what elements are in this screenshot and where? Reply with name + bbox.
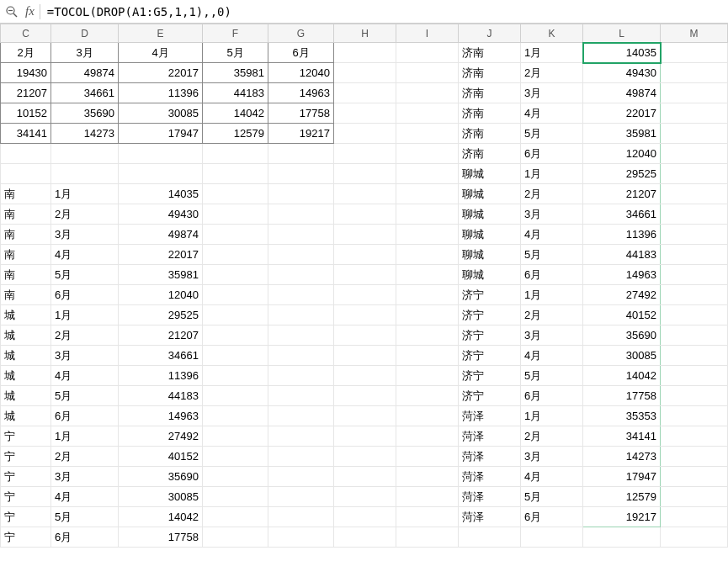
col-header-D[interactable]: D: [51, 24, 119, 43]
cell-D7[interactable]: [51, 164, 119, 184]
cell-J4[interactable]: 济南: [459, 103, 521, 124]
cell-F21[interactable]: [203, 447, 268, 467]
cell-D4[interactable]: 35690: [51, 103, 119, 124]
cell-J16[interactable]: 济宁: [459, 346, 521, 366]
cell-H25[interactable]: [334, 527, 396, 548]
cell-L9[interactable]: 34661: [583, 204, 661, 225]
cell-K22[interactable]: 4月: [521, 467, 583, 487]
cell-K16[interactable]: 4月: [521, 346, 583, 366]
cell-D6[interactable]: [51, 144, 119, 164]
cell-K24[interactable]: 6月: [521, 507, 583, 527]
col-header-G[interactable]: G: [268, 24, 334, 43]
cell-E25[interactable]: 17758: [119, 527, 203, 548]
cell-L8[interactable]: 21207: [583, 184, 661, 204]
cell-K11[interactable]: 5月: [521, 245, 583, 265]
cell-I2[interactable]: [396, 63, 459, 83]
cell-C18[interactable]: 城: [1, 386, 51, 406]
cell-J11[interactable]: 聊城: [459, 245, 521, 265]
cell-H13[interactable]: [334, 285, 396, 305]
cell-F3[interactable]: 44183: [203, 83, 268, 103]
cell-H9[interactable]: [334, 204, 396, 225]
cell-K17[interactable]: 5月: [521, 366, 583, 386]
cell-C25[interactable]: 宁: [1, 527, 51, 548]
cell-G13[interactable]: [268, 285, 334, 305]
cell-J8[interactable]: 聊城: [459, 184, 521, 204]
cell-M25[interactable]: [661, 527, 728, 548]
cell-G10[interactable]: [268, 225, 334, 245]
cell-K18[interactable]: 6月: [521, 386, 583, 406]
cell-K14[interactable]: 2月: [521, 305, 583, 325]
cell-L25[interactable]: [583, 527, 661, 548]
cell-I25[interactable]: [396, 527, 459, 548]
cell-E10[interactable]: 49874: [119, 225, 203, 245]
cell-C6[interactable]: [1, 144, 51, 164]
cell-J14[interactable]: 济宁: [459, 305, 521, 325]
cell-D24[interactable]: 5月: [51, 507, 119, 527]
cell-I6[interactable]: [396, 144, 459, 164]
cell-I12[interactable]: [396, 265, 459, 285]
cell-D20[interactable]: 1月: [51, 426, 119, 447]
cell-J6[interactable]: 济南: [459, 144, 521, 164]
cell-E12[interactable]: 35981: [119, 265, 203, 285]
cell-C9[interactable]: 南: [1, 204, 51, 225]
cell-M4[interactable]: [661, 103, 728, 124]
cell-C23[interactable]: 宁: [1, 487, 51, 507]
cell-D23[interactable]: 4月: [51, 487, 119, 507]
cell-L4[interactable]: 22017: [583, 103, 661, 124]
cell-M3[interactable]: [661, 83, 728, 103]
cell-J21[interactable]: 菏泽: [459, 447, 521, 467]
cell-C12[interactable]: 南: [1, 265, 51, 285]
cell-F5[interactable]: 12579: [203, 124, 268, 144]
cell-I19[interactable]: [396, 406, 459, 426]
cell-G15[interactable]: [268, 325, 334, 346]
cell-E15[interactable]: 21207: [119, 325, 203, 346]
cell-D11[interactable]: 4月: [51, 245, 119, 265]
cell-J1[interactable]: 济南: [459, 43, 521, 63]
cell-C17[interactable]: 城: [1, 366, 51, 386]
cell-L1[interactable]: 14035: [583, 43, 661, 63]
cell-C20[interactable]: 宁: [1, 426, 51, 447]
cell-J18[interactable]: 济宁: [459, 386, 521, 406]
spreadsheet-grid[interactable]: CDEFGHIJKLM2月3月4月5月6月济南1月140351943049874…: [0, 24, 728, 548]
cell-C22[interactable]: 宁: [1, 467, 51, 487]
cell-F20[interactable]: [203, 426, 268, 447]
cell-C10[interactable]: 南: [1, 225, 51, 245]
cell-I11[interactable]: [396, 245, 459, 265]
cell-D19[interactable]: 6月: [51, 406, 119, 426]
cell-G2[interactable]: 12040: [268, 63, 334, 83]
cell-I16[interactable]: [396, 346, 459, 366]
cell-H21[interactable]: [334, 447, 396, 467]
cell-M18[interactable]: [661, 386, 728, 406]
cell-L3[interactable]: 49874: [583, 83, 661, 103]
cell-F23[interactable]: [203, 487, 268, 507]
cell-F4[interactable]: 14042: [203, 103, 268, 124]
cell-F1[interactable]: 5月: [203, 43, 268, 63]
cell-G16[interactable]: [268, 346, 334, 366]
cell-L10[interactable]: 11396: [583, 225, 661, 245]
cell-J19[interactable]: 菏泽: [459, 406, 521, 426]
cell-K3[interactable]: 3月: [521, 83, 583, 103]
cell-J3[interactable]: 济南: [459, 83, 521, 103]
cell-I24[interactable]: [396, 507, 459, 527]
cell-H18[interactable]: [334, 386, 396, 406]
cell-L20[interactable]: 34141: [583, 426, 661, 447]
cell-J17[interactable]: 济宁: [459, 366, 521, 386]
cell-G7[interactable]: [268, 164, 334, 184]
cell-K19[interactable]: 1月: [521, 406, 583, 426]
cell-I17[interactable]: [396, 366, 459, 386]
cell-C5[interactable]: 34141: [1, 124, 51, 144]
cell-H10[interactable]: [334, 225, 396, 245]
cell-L17[interactable]: 14042: [583, 366, 661, 386]
cell-H17[interactable]: [334, 366, 396, 386]
cell-J7[interactable]: 聊城: [459, 164, 521, 184]
cell-H3[interactable]: [334, 83, 396, 103]
cell-D18[interactable]: 5月: [51, 386, 119, 406]
cell-C1[interactable]: 2月: [1, 43, 51, 63]
cell-F13[interactable]: [203, 285, 268, 305]
cell-D16[interactable]: 3月: [51, 346, 119, 366]
cell-D14[interactable]: 1月: [51, 305, 119, 325]
cell-K9[interactable]: 3月: [521, 204, 583, 225]
cell-F8[interactable]: [203, 184, 268, 204]
cell-J20[interactable]: 菏泽: [459, 426, 521, 447]
cell-E17[interactable]: 11396: [119, 366, 203, 386]
